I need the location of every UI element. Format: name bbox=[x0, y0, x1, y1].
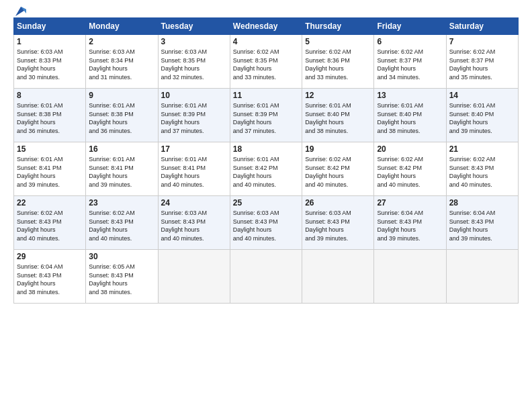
day-info: Sunrise: 6:05 AM Sunset: 8:43 PM Dayligh… bbox=[89, 263, 135, 295]
calendar-cell: 28 Sunrise: 6:04 AM Sunset: 8:43 PM Dayl… bbox=[446, 196, 518, 250]
calendar-cell: 16 Sunrise: 6:01 AM Sunset: 8:41 PM Dayl… bbox=[86, 142, 158, 196]
day-info: Sunrise: 6:02 AM Sunset: 8:35 PM Dayligh… bbox=[233, 48, 279, 81]
day-number: 28 bbox=[449, 198, 515, 208]
day-info: Sunrise: 6:02 AM Sunset: 8:43 PM Dayligh… bbox=[449, 156, 496, 188]
day-info: Sunrise: 6:04 AM Sunset: 8:43 PM Dayligh… bbox=[377, 210, 423, 242]
day-number: 5 bbox=[305, 37, 371, 46]
calendar: SundayMondayTuesdayWednesdayThursdayFrid… bbox=[13, 17, 519, 304]
day-info: Sunrise: 6:02 AM Sunset: 8:36 PM Dayligh… bbox=[305, 48, 351, 81]
day-number: 20 bbox=[377, 144, 443, 154]
day-info: Sunrise: 6:01 AM Sunset: 8:38 PM Dayligh… bbox=[17, 102, 63, 134]
day-number: 13 bbox=[377, 91, 443, 100]
calendar-cell: 13 Sunrise: 6:01 AM Sunset: 8:40 PM Dayl… bbox=[374, 89, 446, 142]
calendar-cell bbox=[158, 250, 230, 304]
day-number: 11 bbox=[233, 91, 299, 100]
header bbox=[13, 7, 519, 13]
day-info: Sunrise: 6:01 AM Sunset: 8:42 PM Dayligh… bbox=[233, 156, 279, 188]
day-info: Sunrise: 6:01 AM Sunset: 8:40 PM Dayligh… bbox=[377, 102, 423, 134]
day-number: 26 bbox=[305, 198, 371, 208]
day-number: 4 bbox=[233, 37, 299, 46]
day-number: 24 bbox=[161, 198, 227, 208]
day-info: Sunrise: 6:02 AM Sunset: 8:37 PM Dayligh… bbox=[377, 48, 423, 81]
calendar-cell: 23 Sunrise: 6:02 AM Sunset: 8:43 PM Dayl… bbox=[86, 196, 158, 250]
calendar-cell: 5 Sunrise: 6:02 AM Sunset: 8:36 PM Dayli… bbox=[302, 35, 374, 89]
day-number: 9 bbox=[89, 91, 154, 100]
calendar-cell: 19 Sunrise: 6:02 AM Sunset: 8:42 PM Dayl… bbox=[302, 142, 374, 196]
day-info: Sunrise: 6:04 AM Sunset: 8:43 PM Dayligh… bbox=[449, 210, 496, 242]
calendar-cell: 26 Sunrise: 6:03 AM Sunset: 8:43 PM Dayl… bbox=[302, 196, 374, 250]
day-info: Sunrise: 6:02 AM Sunset: 8:42 PM Dayligh… bbox=[377, 156, 423, 188]
calendar-cell: 18 Sunrise: 6:01 AM Sunset: 8:42 PM Dayl… bbox=[230, 142, 302, 196]
day-info: Sunrise: 6:02 AM Sunset: 8:37 PM Dayligh… bbox=[449, 48, 496, 81]
calendar-cell: 1 Sunrise: 6:03 AM Sunset: 8:33 PM Dayli… bbox=[14, 35, 86, 89]
day-info: Sunrise: 6:01 AM Sunset: 8:38 PM Dayligh… bbox=[89, 102, 135, 134]
calendar-cell: 14 Sunrise: 6:01 AM Sunset: 8:40 PM Dayl… bbox=[446, 89, 518, 142]
day-info: Sunrise: 6:02 AM Sunset: 8:43 PM Dayligh… bbox=[17, 210, 63, 242]
calendar-cell: 29 Sunrise: 6:04 AM Sunset: 8:43 PM Dayl… bbox=[14, 250, 86, 304]
day-number: 12 bbox=[305, 91, 371, 100]
day-number: 1 bbox=[17, 37, 83, 46]
weekday-header-wednesday: Wednesday bbox=[230, 18, 302, 35]
day-info: Sunrise: 6:02 AM Sunset: 8:43 PM Dayligh… bbox=[89, 210, 135, 242]
day-info: Sunrise: 6:03 AM Sunset: 8:43 PM Dayligh… bbox=[305, 210, 351, 242]
calendar-cell: 12 Sunrise: 6:01 AM Sunset: 8:40 PM Dayl… bbox=[302, 89, 374, 142]
weekday-header-sunday: Sunday bbox=[14, 18, 86, 35]
calendar-cell: 22 Sunrise: 6:02 AM Sunset: 8:43 PM Dayl… bbox=[14, 196, 86, 250]
calendar-cell: 25 Sunrise: 6:03 AM Sunset: 8:43 PM Dayl… bbox=[230, 196, 302, 250]
calendar-cell: 20 Sunrise: 6:02 AM Sunset: 8:42 PM Dayl… bbox=[374, 142, 446, 196]
calendar-cell bbox=[374, 250, 446, 304]
calendar-cell: 6 Sunrise: 6:02 AM Sunset: 8:37 PM Dayli… bbox=[374, 35, 446, 89]
day-number: 21 bbox=[449, 144, 515, 154]
calendar-cell: 15 Sunrise: 6:01 AM Sunset: 8:41 PM Dayl… bbox=[14, 142, 86, 196]
weekday-header-monday: Monday bbox=[86, 18, 158, 35]
day-number: 29 bbox=[17, 252, 83, 261]
day-number: 17 bbox=[161, 144, 227, 154]
calendar-cell: 7 Sunrise: 6:02 AM Sunset: 8:37 PM Dayli… bbox=[446, 35, 518, 89]
day-number: 22 bbox=[17, 198, 83, 208]
day-info: Sunrise: 6:02 AM Sunset: 8:42 PM Dayligh… bbox=[305, 156, 351, 188]
weekday-header-thursday: Thursday bbox=[302, 18, 374, 35]
day-number: 10 bbox=[161, 91, 227, 100]
day-number: 23 bbox=[89, 198, 154, 208]
day-info: Sunrise: 6:01 AM Sunset: 8:41 PM Dayligh… bbox=[17, 156, 63, 188]
weekday-header-friday: Friday bbox=[374, 18, 446, 35]
calendar-cell bbox=[446, 250, 518, 304]
day-info: Sunrise: 6:01 AM Sunset: 8:40 PM Dayligh… bbox=[305, 102, 351, 134]
logo-icon bbox=[14, 4, 28, 17]
day-number: 18 bbox=[233, 144, 299, 154]
day-number: 27 bbox=[377, 198, 443, 208]
day-info: Sunrise: 6:01 AM Sunset: 8:40 PM Dayligh… bbox=[449, 102, 496, 134]
day-number: 2 bbox=[89, 37, 154, 46]
weekday-header-tuesday: Tuesday bbox=[158, 18, 230, 35]
day-number: 25 bbox=[233, 198, 299, 208]
calendar-cell: 9 Sunrise: 6:01 AM Sunset: 8:38 PM Dayli… bbox=[86, 89, 158, 142]
day-info: Sunrise: 6:03 AM Sunset: 8:35 PM Dayligh… bbox=[161, 48, 208, 81]
calendar-cell bbox=[302, 250, 374, 304]
calendar-cell: 10 Sunrise: 6:01 AM Sunset: 8:39 PM Dayl… bbox=[158, 89, 230, 142]
day-number: 6 bbox=[377, 37, 443, 46]
calendar-cell: 3 Sunrise: 6:03 AM Sunset: 8:35 PM Dayli… bbox=[158, 35, 230, 89]
calendar-cell: 30 Sunrise: 6:05 AM Sunset: 8:43 PM Dayl… bbox=[86, 250, 158, 304]
day-number: 8 bbox=[17, 91, 83, 100]
day-info: Sunrise: 6:03 AM Sunset: 8:34 PM Dayligh… bbox=[89, 48, 135, 81]
day-info: Sunrise: 6:01 AM Sunset: 8:39 PM Dayligh… bbox=[233, 102, 279, 134]
calendar-cell: 24 Sunrise: 6:03 AM Sunset: 8:43 PM Dayl… bbox=[158, 196, 230, 250]
calendar-cell: 8 Sunrise: 6:01 AM Sunset: 8:38 PM Dayli… bbox=[14, 89, 86, 142]
day-number: 15 bbox=[17, 144, 83, 154]
day-info: Sunrise: 6:03 AM Sunset: 8:33 PM Dayligh… bbox=[17, 48, 63, 81]
day-info: Sunrise: 6:03 AM Sunset: 8:43 PM Dayligh… bbox=[233, 210, 279, 242]
calendar-cell: 17 Sunrise: 6:01 AM Sunset: 8:41 PM Dayl… bbox=[158, 142, 230, 196]
day-number: 19 bbox=[305, 144, 371, 154]
calendar-cell: 2 Sunrise: 6:03 AM Sunset: 8:34 PM Dayli… bbox=[86, 35, 158, 89]
day-number: 7 bbox=[449, 37, 515, 46]
calendar-cell: 11 Sunrise: 6:01 AM Sunset: 8:39 PM Dayl… bbox=[230, 89, 302, 142]
day-number: 14 bbox=[449, 91, 515, 100]
day-info: Sunrise: 6:01 AM Sunset: 8:41 PM Dayligh… bbox=[161, 156, 208, 188]
page: SundayMondayTuesdayWednesdayThursdayFrid… bbox=[0, 0, 532, 411]
svg-marker-0 bbox=[15, 7, 26, 16]
weekday-header-saturday: Saturday bbox=[446, 18, 518, 35]
calendar-cell: 27 Sunrise: 6:04 AM Sunset: 8:43 PM Dayl… bbox=[374, 196, 446, 250]
day-info: Sunrise: 6:04 AM Sunset: 8:43 PM Dayligh… bbox=[17, 263, 63, 295]
day-info: Sunrise: 6:03 AM Sunset: 8:43 PM Dayligh… bbox=[161, 210, 208, 242]
calendar-cell: 21 Sunrise: 6:02 AM Sunset: 8:43 PM Dayl… bbox=[446, 142, 518, 196]
